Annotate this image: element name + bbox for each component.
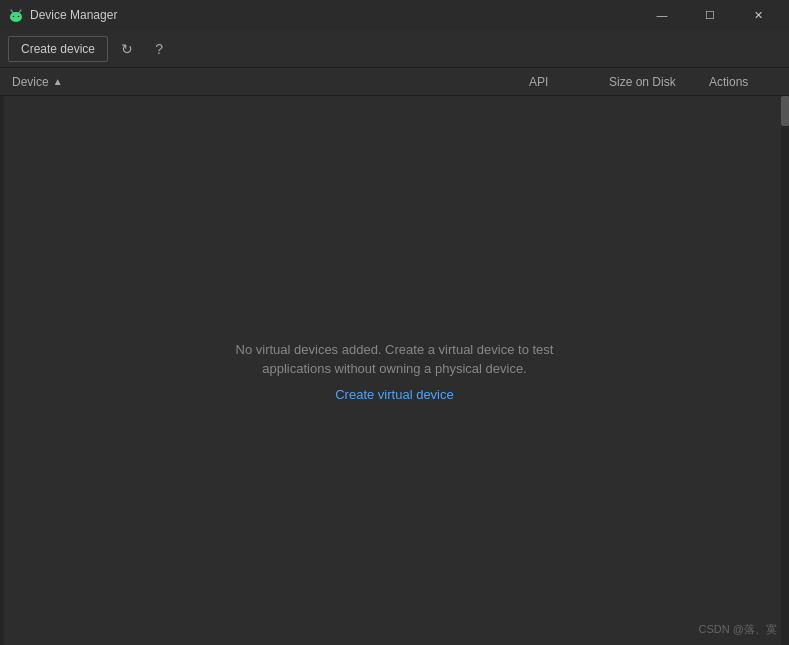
svg-line-4	[19, 10, 21, 13]
create-device-button[interactable]: Create device	[8, 36, 108, 62]
sort-arrow-icon: ▲	[53, 76, 63, 87]
svg-point-1	[13, 16, 15, 18]
table-header: Device ▲ API Size on Disk Actions	[0, 68, 789, 96]
watermark: CSDN @落、寞	[699, 622, 777, 637]
svg-line-3	[11, 10, 13, 13]
scrollbar-thumb[interactable]	[781, 96, 789, 126]
toolbar: Create device ↻ ?	[0, 30, 789, 68]
left-border	[0, 96, 4, 645]
close-button[interactable]: ✕	[735, 0, 781, 30]
title-bar: Device Manager — ☐ ✕	[0, 0, 789, 30]
refresh-button[interactable]: ↻	[114, 36, 140, 62]
column-header-api[interactable]: API	[529, 75, 609, 89]
column-header-size[interactable]: Size on Disk	[609, 75, 709, 89]
column-header-actions: Actions	[709, 75, 789, 89]
minimize-button[interactable]: —	[639, 0, 685, 30]
main-content: No virtual devices added. Create a virtu…	[0, 96, 789, 645]
column-header-device[interactable]: Device ▲	[0, 75, 529, 89]
android-icon	[8, 7, 24, 23]
empty-state-line1: No virtual devices added. Create a virtu…	[236, 340, 554, 379]
title-bar-left: Device Manager	[8, 7, 117, 23]
maximize-button[interactable]: ☐	[687, 0, 733, 30]
help-button[interactable]: ?	[146, 36, 172, 62]
scrollbar[interactable]	[781, 96, 789, 645]
create-virtual-device-link[interactable]: Create virtual device	[335, 387, 454, 402]
svg-point-0	[10, 12, 22, 22]
window-title: Device Manager	[30, 8, 117, 22]
title-bar-controls: — ☐ ✕	[639, 0, 781, 30]
svg-point-2	[18, 16, 20, 18]
empty-state: No virtual devices added. Create a virtu…	[236, 340, 554, 402]
